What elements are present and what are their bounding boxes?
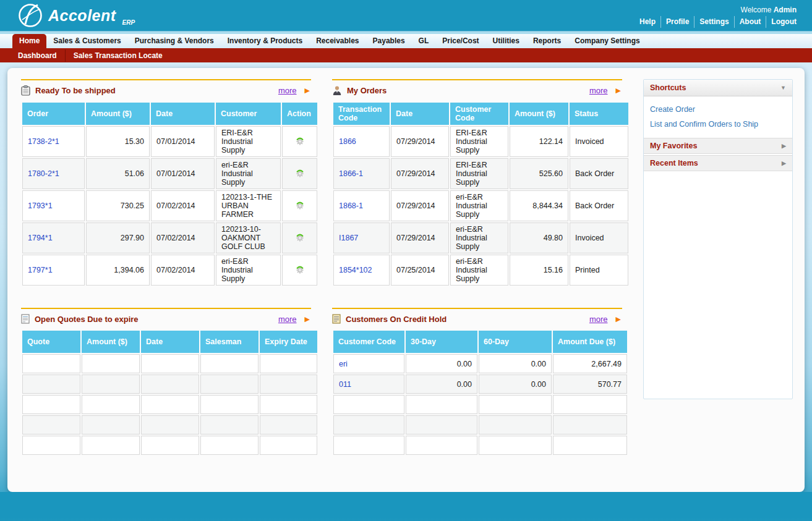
- quote-cell: [22, 415, 80, 434]
- widget-ready-to-ship: Ready To be shipped more ▶ Order Amount …: [21, 79, 311, 287]
- amount-cell: 51.06: [86, 158, 150, 189]
- col-header: 30-Day: [406, 331, 477, 353]
- record-link[interactable]: 1868-1: [339, 201, 363, 210]
- record-link[interactable]: 1797*1: [28, 266, 53, 274]
- subnav-item[interactable]: Sales Transaction Locate: [65, 49, 171, 62]
- header-link[interactable]: Logout: [766, 16, 797, 28]
- col-header: Action: [282, 103, 317, 125]
- record-link[interactable]: 1866-1: [339, 169, 363, 178]
- date-cell: [141, 395, 199, 414]
- nav-tab[interactable]: GL: [412, 34, 436, 48]
- order-cell: 1780-2*1: [22, 158, 85, 189]
- customer-cell: [333, 436, 404, 455]
- table-row: [22, 375, 317, 394]
- widget-title: Open Quotes Due to expire: [35, 315, 139, 324]
- record-link[interactable]: 1794*1: [28, 234, 53, 242]
- d30-cell: 0.00: [406, 354, 477, 373]
- record-link[interactable]: 1793*1: [28, 201, 53, 210]
- more-arrow-icon[interactable]: ▶: [616, 315, 621, 323]
- more-arrow-icon[interactable]: ▶: [305, 87, 310, 95]
- date-cell: 07/02/2014: [151, 190, 215, 221]
- order-cell: 1738-2*1: [22, 126, 85, 157]
- sidebar-shortcuts-header[interactable]: Shortcuts ▼: [644, 80, 792, 96]
- more-arrow-icon[interactable]: ▶: [616, 87, 621, 95]
- d30-cell: [406, 415, 477, 434]
- d30-cell: [406, 436, 477, 455]
- due-cell: [553, 436, 627, 455]
- due-cell: 2,667.49: [553, 354, 627, 373]
- table-row: 1738-2*115.3007/01/2014ERI-E&R Industria…: [22, 126, 317, 157]
- nav-tab[interactable]: Home: [12, 34, 46, 48]
- nav-tab[interactable]: Utilities: [486, 34, 526, 48]
- table-row: 0110.000.00570.77: [333, 375, 627, 394]
- process-gear-icon[interactable]: [294, 264, 306, 275]
- col-header: Transaction Code: [333, 103, 390, 125]
- process-gear-icon[interactable]: [294, 135, 306, 146]
- footer-bar: [0, 492, 812, 519]
- welcome-username: Admin: [774, 6, 797, 14]
- nav-tab[interactable]: Sales & Customers: [46, 34, 127, 48]
- table-row: [22, 395, 317, 414]
- more-arrow-icon[interactable]: ▶: [305, 315, 310, 323]
- record-link[interactable]: eri: [339, 360, 348, 368]
- widget-title: Customers On Credit Hold: [346, 315, 447, 324]
- sidebar-shortcut-link[interactable]: List and Confirm Orders to Ship: [650, 117, 786, 132]
- record-link[interactable]: 011: [339, 380, 351, 389]
- col-header: Customer Code: [450, 103, 508, 125]
- header-link[interactable]: Settings: [694, 16, 733, 28]
- brand-logo[interactable]: Accolent ERP: [17, 2, 135, 28]
- sidebar-item-recent-items[interactable]: Recent Items ▶: [644, 155, 792, 171]
- more-link[interactable]: more: [589, 86, 608, 95]
- date-cell: 07/01/2014: [151, 126, 215, 157]
- more-link[interactable]: more: [278, 86, 297, 95]
- process-gear-icon[interactable]: [294, 200, 306, 211]
- nav-tab[interactable]: Company Settings: [568, 34, 646, 48]
- amount-cell: [82, 375, 140, 394]
- customer-cell: ERI-E&R Industrial Supply: [450, 158, 508, 189]
- sidebar-shortcut-link[interactable]: Create Order: [650, 103, 786, 117]
- expiry-cell: [260, 415, 317, 434]
- date-cell: [141, 436, 199, 455]
- widget-open-quotes: Open Quotes Due to expire more ▶ Quote A…: [21, 308, 311, 456]
- amount-cell: [82, 354, 140, 373]
- record-link[interactable]: 1866: [339, 137, 356, 146]
- col-header: Amount Due ($): [553, 331, 627, 353]
- record-link[interactable]: I1867: [339, 234, 358, 242]
- header-link[interactable]: Profile: [660, 16, 694, 28]
- expiry-cell: [260, 354, 317, 373]
- customer-cell: eri-E&R Industrial Supply: [450, 222, 508, 253]
- nav-tab[interactable]: Receivables: [309, 34, 365, 48]
- nav-tab[interactable]: Purchasing & Vendors: [128, 34, 221, 48]
- my-orders-table: Transaction Code Date Customer Code Amou…: [332, 101, 630, 287]
- more-link[interactable]: more: [278, 315, 297, 324]
- table-row: [333, 436, 627, 455]
- nav-tab[interactable]: Reports: [526, 34, 568, 48]
- record-link[interactable]: 1854*102: [339, 266, 372, 274]
- date-cell: 07/29/2014: [391, 190, 449, 221]
- record-link[interactable]: 1738-2*1: [28, 137, 59, 146]
- code-cell: 1866-1: [333, 158, 390, 189]
- header-links: HelpProfileSettingsAboutLogout: [635, 16, 797, 28]
- more-link[interactable]: more: [589, 315, 608, 324]
- col-header: Status: [570, 103, 628, 125]
- header-link[interactable]: About: [734, 16, 766, 28]
- nav-tab[interactable]: Inventory & Products: [221, 34, 309, 48]
- sidebar-item-my-favorites[interactable]: My Favorites ▶: [644, 138, 792, 154]
- credit-hold-table: Customer Code 30-Day 60-Day Amount Due (…: [332, 329, 628, 456]
- nav-tab[interactable]: Price/Cost: [435, 34, 485, 48]
- code-cell: 1868-1: [333, 190, 390, 221]
- open-quotes-table: Quote Amount ($) Date Salesman Expiry Da…: [21, 329, 318, 456]
- process-gear-icon[interactable]: [294, 232, 306, 243]
- amount-cell: 8,844.34: [510, 190, 568, 221]
- amount-cell: [82, 415, 140, 434]
- customer-cell: eri-E&R Industrial Supply: [450, 190, 508, 221]
- status-cell: Back Order: [570, 190, 628, 221]
- subnav-item[interactable]: Dashboard: [10, 49, 65, 62]
- record-link[interactable]: 1780-2*1: [28, 169, 59, 178]
- widget-title: My Orders: [347, 86, 387, 95]
- amount-cell: 1,394.06: [86, 255, 150, 286]
- header-link[interactable]: Help: [635, 16, 660, 28]
- nav-tab[interactable]: Payables: [366, 34, 412, 48]
- date-cell: 07/29/2014: [391, 158, 449, 189]
- process-gear-icon[interactable]: [294, 167, 306, 179]
